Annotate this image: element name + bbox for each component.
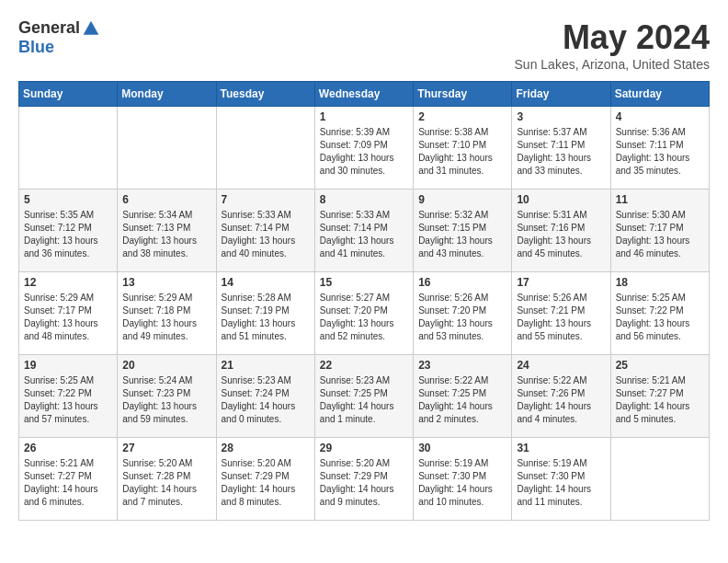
day-number: 17 bbox=[517, 276, 605, 289]
weekday-header-tuesday: Tuesday bbox=[216, 82, 314, 107]
month-title: May 2024 bbox=[515, 18, 710, 57]
logo-blue: Blue bbox=[18, 38, 54, 57]
day-cell: 7Sunrise: 5:33 AM Sunset: 7:14 PM Daylig… bbox=[216, 190, 314, 272]
day-info: Sunrise: 5:33 AM Sunset: 7:14 PM Dayligh… bbox=[222, 209, 310, 260]
day-cell: 31Sunrise: 5:19 AM Sunset: 7:30 PM Dayli… bbox=[512, 438, 610, 521]
calendar: SundayMondayTuesdayWednesdayThursdayFrid… bbox=[18, 81, 710, 521]
day-info: Sunrise: 5:28 AM Sunset: 7:19 PM Dayligh… bbox=[222, 292, 310, 343]
day-info: Sunrise: 5:38 AM Sunset: 7:10 PM Dayligh… bbox=[418, 126, 506, 178]
weekday-header-sunday: Sunday bbox=[19, 82, 118, 107]
day-cell: 4Sunrise: 5:36 AM Sunset: 7:11 PM Daylig… bbox=[610, 107, 709, 190]
day-cell bbox=[118, 107, 216, 190]
day-info: Sunrise: 5:26 AM Sunset: 7:20 PM Dayligh… bbox=[418, 292, 506, 343]
day-cell: 12Sunrise: 5:29 AM Sunset: 7:17 PM Dayli… bbox=[19, 272, 118, 355]
day-number: 31 bbox=[517, 442, 605, 454]
day-info: Sunrise: 5:33 AM Sunset: 7:14 PM Dayligh… bbox=[320, 209, 408, 260]
day-info: Sunrise: 5:30 AM Sunset: 7:17 PM Dayligh… bbox=[616, 209, 704, 260]
day-info: Sunrise: 5:31 AM Sunset: 7:16 PM Dayligh… bbox=[517, 209, 605, 260]
day-cell: 27Sunrise: 5:20 AM Sunset: 7:28 PM Dayli… bbox=[118, 438, 216, 521]
day-number: 28 bbox=[222, 442, 310, 454]
day-number: 19 bbox=[24, 359, 112, 372]
day-info: Sunrise: 5:39 AM Sunset: 7:09 PM Dayligh… bbox=[320, 126, 408, 178]
day-cell: 9Sunrise: 5:32 AM Sunset: 7:15 PM Daylig… bbox=[414, 190, 512, 272]
week-row-5: 26Sunrise: 5:21 AM Sunset: 7:27 PM Dayli… bbox=[19, 438, 710, 521]
day-cell: 28Sunrise: 5:20 AM Sunset: 7:29 PM Dayli… bbox=[216, 438, 314, 521]
day-info: Sunrise: 5:29 AM Sunset: 7:17 PM Dayligh… bbox=[24, 292, 112, 343]
day-info: Sunrise: 5:23 AM Sunset: 7:24 PM Dayligh… bbox=[222, 374, 310, 426]
day-cell: 2Sunrise: 5:38 AM Sunset: 7:10 PM Daylig… bbox=[414, 107, 512, 190]
day-number: 22 bbox=[320, 359, 408, 372]
day-number: 30 bbox=[418, 442, 506, 454]
day-number: 27 bbox=[122, 442, 210, 454]
day-info: Sunrise: 5:19 AM Sunset: 7:30 PM Dayligh… bbox=[517, 457, 605, 509]
day-number: 11 bbox=[616, 193, 704, 206]
day-info: Sunrise: 5:34 AM Sunset: 7:13 PM Dayligh… bbox=[122, 209, 210, 260]
day-cell bbox=[19, 107, 118, 190]
day-cell: 1Sunrise: 5:39 AM Sunset: 7:09 PM Daylig… bbox=[314, 107, 413, 190]
day-cell: 16Sunrise: 5:26 AM Sunset: 7:20 PM Dayli… bbox=[414, 272, 512, 355]
weekday-header-row: SundayMondayTuesdayWednesdayThursdayFrid… bbox=[19, 82, 710, 107]
day-cell: 6Sunrise: 5:34 AM Sunset: 7:13 PM Daylig… bbox=[118, 190, 216, 272]
day-info: Sunrise: 5:22 AM Sunset: 7:25 PM Dayligh… bbox=[418, 374, 506, 426]
day-info: Sunrise: 5:20 AM Sunset: 7:28 PM Dayligh… bbox=[122, 457, 210, 509]
week-row-3: 12Sunrise: 5:29 AM Sunset: 7:17 PM Dayli… bbox=[19, 272, 710, 355]
weekday-header-friday: Friday bbox=[512, 82, 610, 107]
day-cell: 18Sunrise: 5:25 AM Sunset: 7:22 PM Dayli… bbox=[610, 272, 709, 355]
day-cell: 17Sunrise: 5:26 AM Sunset: 7:21 PM Dayli… bbox=[512, 272, 610, 355]
day-cell: 20Sunrise: 5:24 AM Sunset: 7:23 PM Dayli… bbox=[118, 355, 216, 438]
day-info: Sunrise: 5:35 AM Sunset: 7:12 PM Dayligh… bbox=[24, 209, 112, 260]
day-cell: 19Sunrise: 5:25 AM Sunset: 7:22 PM Dayli… bbox=[19, 355, 118, 438]
logo-icon bbox=[82, 19, 100, 38]
day-info: Sunrise: 5:27 AM Sunset: 7:20 PM Dayligh… bbox=[320, 292, 408, 343]
day-info: Sunrise: 5:24 AM Sunset: 7:23 PM Dayligh… bbox=[122, 374, 210, 426]
day-cell: 14Sunrise: 5:28 AM Sunset: 7:19 PM Dayli… bbox=[216, 272, 314, 355]
day-number: 23 bbox=[418, 359, 506, 372]
day-number: 13 bbox=[122, 276, 210, 289]
weekday-header-saturday: Saturday bbox=[610, 82, 709, 107]
week-row-2: 5Sunrise: 5:35 AM Sunset: 7:12 PM Daylig… bbox=[19, 190, 710, 272]
day-cell: 22Sunrise: 5:23 AM Sunset: 7:25 PM Dayli… bbox=[314, 355, 413, 438]
day-number: 1 bbox=[320, 110, 408, 123]
day-number: 2 bbox=[418, 110, 506, 123]
week-row-1: 1Sunrise: 5:39 AM Sunset: 7:09 PM Daylig… bbox=[19, 107, 710, 190]
day-cell bbox=[610, 438, 709, 521]
day-number: 12 bbox=[24, 276, 112, 289]
day-info: Sunrise: 5:19 AM Sunset: 7:30 PM Dayligh… bbox=[418, 457, 506, 509]
day-info: Sunrise: 5:25 AM Sunset: 7:22 PM Dayligh… bbox=[616, 292, 704, 343]
day-number: 8 bbox=[320, 193, 408, 206]
day-cell: 15Sunrise: 5:27 AM Sunset: 7:20 PM Dayli… bbox=[314, 272, 413, 355]
day-number: 29 bbox=[320, 442, 408, 454]
day-number: 20 bbox=[122, 359, 210, 372]
day-info: Sunrise: 5:26 AM Sunset: 7:21 PM Dayligh… bbox=[517, 292, 605, 343]
day-number: 26 bbox=[24, 442, 112, 454]
weekday-header-wednesday: Wednesday bbox=[314, 82, 413, 107]
day-info: Sunrise: 5:29 AM Sunset: 7:18 PM Dayligh… bbox=[122, 292, 210, 343]
day-info: Sunrise: 5:25 AM Sunset: 7:22 PM Dayligh… bbox=[24, 374, 112, 426]
page-header: General Blue May 2024 Sun Lakes, Arizona… bbox=[18, 18, 710, 72]
day-cell: 3Sunrise: 5:37 AM Sunset: 7:11 PM Daylig… bbox=[512, 107, 610, 190]
day-info: Sunrise: 5:20 AM Sunset: 7:29 PM Dayligh… bbox=[320, 457, 408, 509]
day-info: Sunrise: 5:22 AM Sunset: 7:26 PM Dayligh… bbox=[517, 374, 605, 426]
day-number: 9 bbox=[418, 193, 506, 206]
day-number: 18 bbox=[616, 276, 704, 289]
week-row-4: 19Sunrise: 5:25 AM Sunset: 7:22 PM Dayli… bbox=[19, 355, 710, 438]
day-number: 7 bbox=[222, 193, 310, 206]
day-number: 3 bbox=[517, 110, 605, 123]
day-number: 5 bbox=[24, 193, 112, 206]
day-number: 15 bbox=[320, 276, 408, 289]
weekday-header-thursday: Thursday bbox=[414, 82, 512, 107]
day-info: Sunrise: 5:23 AM Sunset: 7:25 PM Dayligh… bbox=[320, 374, 408, 426]
day-info: Sunrise: 5:32 AM Sunset: 7:15 PM Dayligh… bbox=[418, 209, 506, 260]
day-cell: 11Sunrise: 5:30 AM Sunset: 7:17 PM Dayli… bbox=[610, 190, 709, 272]
day-number: 25 bbox=[616, 359, 704, 372]
title-section: May 2024 Sun Lakes, Arizona, United Stat… bbox=[515, 18, 710, 72]
day-cell: 30Sunrise: 5:19 AM Sunset: 7:30 PM Dayli… bbox=[414, 438, 512, 521]
day-cell: 26Sunrise: 5:21 AM Sunset: 7:27 PM Dayli… bbox=[19, 438, 118, 521]
day-cell: 25Sunrise: 5:21 AM Sunset: 7:27 PM Dayli… bbox=[610, 355, 709, 438]
day-number: 24 bbox=[517, 359, 605, 372]
day-number: 21 bbox=[222, 359, 310, 372]
day-info: Sunrise: 5:21 AM Sunset: 7:27 PM Dayligh… bbox=[24, 457, 112, 509]
day-number: 4 bbox=[616, 110, 704, 123]
day-info: Sunrise: 5:20 AM Sunset: 7:29 PM Dayligh… bbox=[222, 457, 310, 509]
day-info: Sunrise: 5:21 AM Sunset: 7:27 PM Dayligh… bbox=[616, 374, 704, 426]
